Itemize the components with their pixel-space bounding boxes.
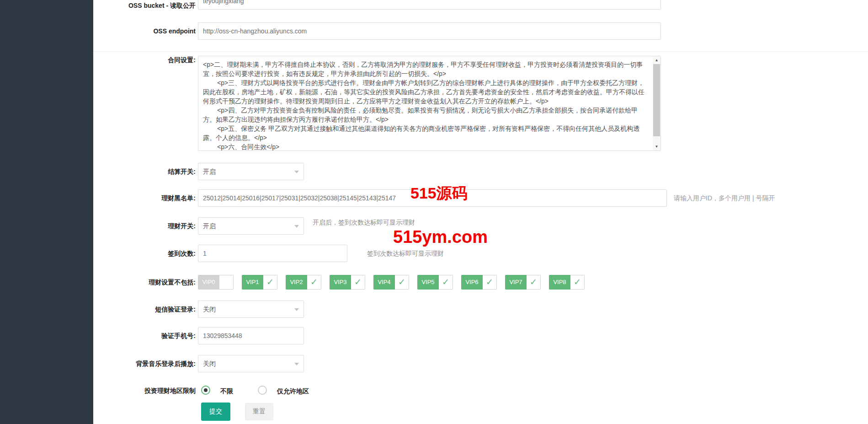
signin-count-label: 签到次数: [93,249,196,258]
finance-switch-hint: 开启后，签到次数达标即可显示理财 [313,219,415,227]
check-icon: ✓ [351,275,365,290]
radio-region-allowed-only-label: 仅允许地区 [277,386,309,396]
bgm-play-select[interactable]: 关闭 [198,355,304,372]
vip-checkbox-vip0: VIP0 [198,275,234,290]
check-icon: ✓ [527,275,541,290]
settle-switch-value: 开启 [203,163,216,180]
signin-count-input[interactable] [198,245,347,262]
check-icon: ✓ [439,275,453,290]
finance-switch-select[interactable]: 开启 [198,217,304,235]
bgm-play-label: 背景音乐登录后播放: [93,359,196,368]
vip-checkbox-tag: VIP5 [417,275,439,290]
check-icon: ✓ [307,275,321,290]
blacklist-label: 理财黑名单: [93,193,196,203]
sms-login-select[interactable]: 关闭 [198,301,304,318]
chevron-down-icon [294,363,299,368]
vip-checkbox-tag: VIP3 [330,275,351,290]
oss-bucket-label: OSS bucket - 读取公开 [93,1,196,10]
vip-checkbox-tag: VIP6 [461,275,483,290]
vip-checkbox-box [219,275,234,290]
watermark-text-1: 515源码 [410,183,468,204]
settle-switch-label: 结算开关: [93,167,196,176]
blacklist-hint: 请输入用户ID，多个用户用 | 号隔开 [674,189,775,207]
vip-checkbox-vip3[interactable]: VIP3 ✓ [330,275,365,290]
scroll-down-icon[interactable]: ▼ [653,143,660,150]
check-icon: ✓ [570,275,585,290]
finance-switch-label: 理财开关: [93,221,196,231]
vip-checkbox-vip7[interactable]: VIP7 ✓ [505,275,541,290]
vip-checkbox-vip1[interactable]: VIP1 ✓ [242,275,277,290]
reset-button[interactable]: 重置 [245,403,273,420]
scroll-up-icon[interactable]: ▲ [653,56,660,64]
oss-bucket-input[interactable] [198,0,661,10]
sidebar [0,0,93,424]
section-divider [93,51,868,52]
chevron-down-icon [294,171,299,176]
vip-checkbox-vip6[interactable]: VIP6 ✓ [461,275,497,290]
signin-count-hint: 签到次数达标即可显示理财 [367,245,444,262]
vip-checkbox-vip8[interactable]: VIP8 ✓ [549,275,585,290]
vip-exclude-label: 理财设置不包括: [93,278,196,287]
vip-checkbox-tag: VIP2 [286,275,307,290]
verify-phone-label: 验证手机号: [93,331,196,340]
vip-checkbox-tag: VIP8 [549,275,570,290]
oss-endpoint-label: OSS endpoint [93,27,196,36]
admin-settings-page: OSS bucket - 读取公开 OSS endpoint 合同设置: <p>… [0,0,868,424]
vip-checkbox-vip4[interactable]: VIP4 ✓ [373,275,409,290]
vip-checkbox-group: VIP0 VIP1 ✓ VIP2 ✓ VIP3 ✓ VIP4 ✓ VIP5 ✓ … [198,275,585,290]
chevron-down-icon [294,225,299,230]
vip-checkbox-tag: VIP7 [505,275,527,290]
check-icon: ✓ [395,275,409,290]
radio-region-unrestricted[interactable] [201,386,210,395]
textarea-scrollbar[interactable]: ▲ ▼ [653,56,660,150]
vip-checkbox-tag: VIP1 [242,275,263,290]
region-limit-label: 投资理财地区限制 [93,386,196,395]
sms-login-value: 关闭 [203,301,216,317]
watermark-text-2: 515ym.com [393,227,488,247]
contract-textarea[interactable]: <p>二、理财期未满，甲方不得擅自终止本协议，否则，乙方将取消为甲方的理财服务，… [198,56,661,151]
radio-region-allowed-only[interactable] [258,386,267,395]
verify-phone-input[interactable] [198,327,304,344]
check-icon: ✓ [263,275,277,290]
finance-switch-value: 开启 [203,218,216,234]
vip-checkbox-vip2[interactable]: VIP2 ✓ [286,275,321,290]
sms-login-label: 短信验证登录: [93,305,196,314]
check-icon: ✓ [483,275,497,290]
settle-switch-select[interactable]: 开启 [198,163,304,180]
vip-checkbox-tag: VIP4 [373,275,395,290]
oss-endpoint-input[interactable] [198,22,661,40]
scrollbar-thumb[interactable] [653,64,660,136]
vip-checkbox-tag: VIP0 [198,275,219,290]
contract-label: 合同设置: [93,55,196,64]
bgm-play-value: 关闭 [203,355,216,372]
contract-text: <p>二、理财期未满，甲方不得擅自终止本协议，否则，乙方将取消为甲方的理财服务，… [198,56,654,150]
radio-region-unrestricted-label: 不限 [220,386,233,396]
chevron-down-icon [294,308,299,313]
submit-button[interactable]: 提交 [201,403,230,421]
vip-checkbox-vip5[interactable]: VIP5 ✓ [417,275,453,290]
